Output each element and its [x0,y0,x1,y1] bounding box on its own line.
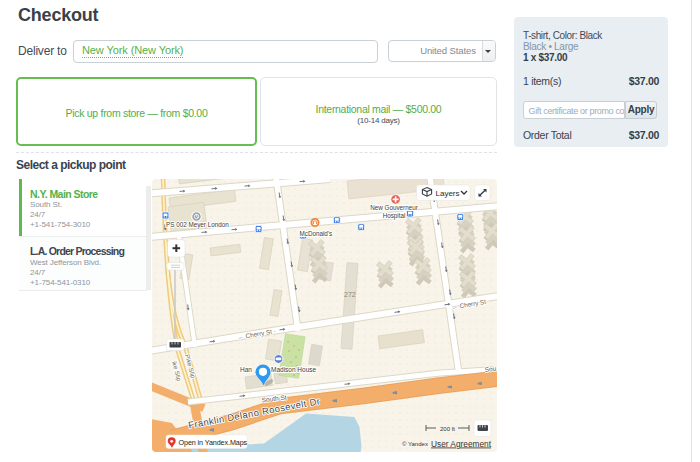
svg-text:Hospital: Hospital [383,212,406,220]
svg-text:© Yandex: © Yandex [402,441,428,447]
svg-text:Han: Han [240,366,252,373]
svg-text:New Gouverneur: New Gouverneur [370,204,418,211]
svg-text:Sou: Sou [484,365,497,373]
svg-text:User Agreement: User Agreement [431,439,492,449]
svg-text:McDonald's: McDonald's [300,230,333,237]
svg-text:Madison House: Madison House [271,366,317,373]
svg-text:272: 272 [344,291,356,298]
svg-text:Layers: Layers [436,189,460,198]
svg-text:Open in Yandex.Maps: Open in Yandex.Maps [179,438,248,447]
svg-text:200 ft: 200 ft [440,426,455,432]
